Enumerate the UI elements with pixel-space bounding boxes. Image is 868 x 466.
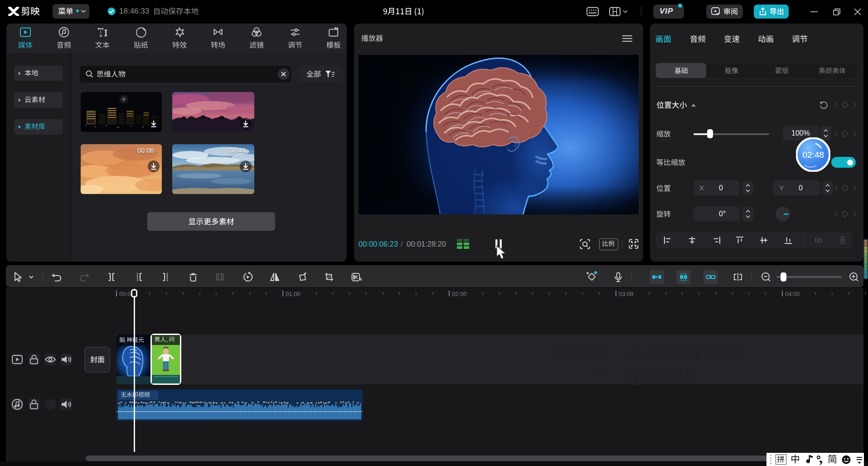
svg-text:01:00: 01:00 [286,291,301,297]
svg-text:02:00: 02:00 [452,291,467,297]
svg-text:03:00: 03:00 [619,291,634,297]
svg-text:04:00: 04:00 [785,291,800,297]
